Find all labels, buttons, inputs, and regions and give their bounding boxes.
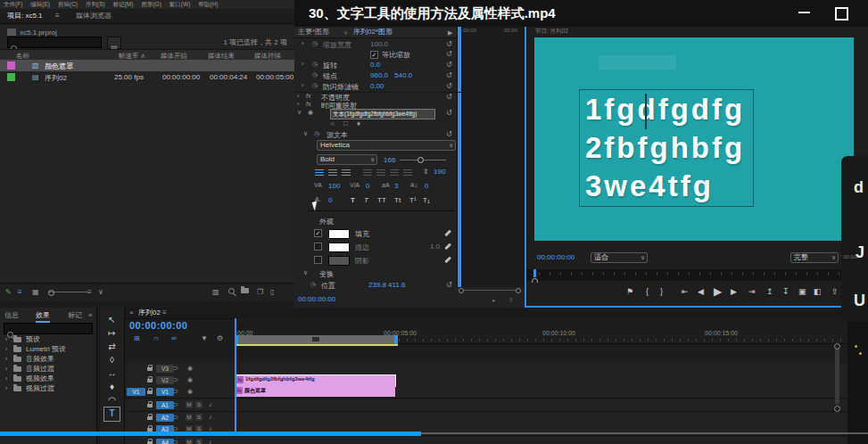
- audio-track-a1[interactable]: A1⊃MS♪: [125, 399, 847, 412]
- reset-icon[interactable]: ↺: [446, 130, 452, 138]
- vscroll-handle-bottom[interactable]: [834, 406, 840, 412]
- solo-button[interactable]: S: [195, 401, 203, 408]
- lock-icon[interactable]: [147, 404, 153, 407]
- monitor-timecode[interactable]: 00:00:00:00: [537, 253, 575, 262]
- eyedropper-icon[interactable]: [444, 243, 451, 250]
- faux-bold-button[interactable]: T: [351, 196, 355, 204]
- ec-row-transform[interactable]: ∨ 变换: [294, 269, 525, 279]
- mute-button[interactable]: M: [186, 414, 193, 421]
- stroke-checkbox[interactable]: [314, 243, 322, 251]
- lift-button[interactable]: ↥: [766, 287, 773, 296]
- shadow-checkbox[interactable]: [314, 256, 322, 264]
- stopwatch-icon[interactable]: ◷: [312, 40, 318, 47]
- razor-tool[interactable]: ◊: [100, 355, 124, 367]
- stopwatch-icon[interactable]: ◷: [312, 61, 318, 68]
- panel-menu-icon[interactable]: ≡: [55, 12, 60, 21]
- zoom-slider-handle[interactable]: [48, 290, 54, 296]
- sync-lock-icon[interactable]: ⊃: [173, 401, 178, 408]
- automate-to-sequence-button[interactable]: ▥: [212, 288, 219, 297]
- align-right-button[interactable]: [342, 169, 351, 176]
- minimize-button[interactable]: [798, 12, 810, 13]
- ec-expand-icon[interactable]: ▶: [448, 29, 452, 37]
- vertical-scale-value[interactable]: 0: [328, 196, 332, 204]
- ec-timecode[interactable]: 00:00:00:00: [298, 295, 335, 304]
- font-size-slider-handle[interactable]: [417, 157, 424, 163]
- export-button[interactable]: ⇧: [831, 287, 839, 296]
- hand-tool[interactable]: ◠: [100, 395, 124, 407]
- track-name-badge[interactable]: A2: [156, 414, 174, 422]
- source-patch-badge[interactable]: V1: [127, 388, 145, 396]
- tab-program-monitor[interactable]: 节目: 序列02: [535, 28, 568, 36]
- ec-row-rotation[interactable]: › ◷ 旋转 0.0 ↺: [294, 61, 525, 70]
- menubar-item[interactable]: 序列(S): [86, 1, 105, 9]
- chevron-right-icon[interactable]: ›: [5, 365, 7, 373]
- type-tool[interactable]: T: [100, 408, 124, 421]
- cell-name[interactable]: 序列02: [45, 73, 67, 83]
- menubar-item[interactable]: 文件(F): [4, 1, 22, 9]
- more-tabs-icon[interactable]: »: [88, 311, 92, 320]
- go-to-out-button[interactable]: ⇥: [748, 287, 756, 296]
- title-text-block[interactable]: 1fgdfgdfg 2fbfghbfg 3we4tfg: [585, 90, 745, 205]
- track-select-tool[interactable]: ↦: [100, 328, 124, 341]
- voiceover-mic-icon[interactable]: ♪: [209, 425, 212, 432]
- zoom-level-dropdown[interactable]: 适合 ∨: [591, 252, 648, 263]
- menubar-item[interactable]: 编辑(E): [30, 1, 50, 9]
- mute-button[interactable]: M: [186, 401, 193, 408]
- chevron-right-icon[interactable]: ›: [297, 101, 299, 107]
- effects-tree-item[interactable]: ›视频过渡: [0, 383, 96, 393]
- stroke-color-swatch[interactable]: [328, 243, 350, 252]
- chevron-right-icon[interactable]: ›: [5, 335, 7, 343]
- antiflicker-value[interactable]: 0.00: [370, 82, 384, 90]
- faux-italic-button[interactable]: T: [364, 196, 368, 204]
- menubar-item[interactable]: 标记(M): [113, 1, 134, 9]
- chevron-right-icon[interactable]: ›: [5, 374, 7, 382]
- lock-icon[interactable]: [147, 379, 153, 382]
- uniform-scale-checkbox[interactable]: ✓: [370, 51, 378, 59]
- stopwatch-icon[interactable]: ◷: [314, 130, 319, 137]
- track-name-badge[interactable]: V2: [156, 376, 174, 384]
- ec-row-text-layer[interactable]: ∨ ◉ 文本(1fgdfgdfg2fbfghbfg3we4tfg) ↺: [294, 109, 525, 119]
- timeline-playhead[interactable]: [235, 318, 236, 432]
- chevron-right-icon[interactable]: ›: [302, 40, 303, 46]
- tab-info[interactable]: 信息: [4, 311, 19, 320]
- find-button[interactable]: [228, 288, 235, 294]
- reset-icon[interactable]: ↺: [446, 93, 452, 101]
- tab-media-browser[interactable]: 媒体浏览器: [76, 12, 112, 21]
- export-frame-button[interactable]: ▣: [798, 287, 806, 296]
- mark-out-button[interactable]: }: [660, 287, 663, 296]
- ec-row-shadow[interactable]: 阴影: [294, 256, 525, 266]
- shadow-color-swatch[interactable]: [328, 256, 350, 266]
- voiceover-mic-icon[interactable]: ♪: [209, 439, 212, 444]
- new-bin-button[interactable]: [241, 288, 249, 293]
- ec-row-antiflicker[interactable]: › ◷ 防闪烁滤镜 0.00 ↺: [294, 82, 525, 92]
- lock-icon[interactable]: [147, 391, 153, 394]
- new-item-button[interactable]: ❐: [257, 288, 263, 297]
- track-output-eye-icon[interactable]: ◉: [187, 388, 193, 395]
- small-caps-button[interactable]: Tt: [394, 196, 401, 204]
- reset-icon[interactable]: ↺: [446, 109, 452, 117]
- chevron-right-icon[interactable]: ›: [5, 355, 7, 363]
- ec-row-stroke[interactable]: 描边 1.0: [294, 243, 525, 252]
- baseline-shift-value[interactable]: 0: [425, 182, 428, 190]
- program-video-frame[interactable]: 1fgdfgdfg 2fbfghbfg 3we4tfg: [534, 37, 854, 241]
- justify-last-right-button[interactable]: [390, 169, 399, 176]
- play-button[interactable]: ▶: [714, 285, 722, 298]
- position-x-value[interactable]: 239.8: [368, 281, 386, 289]
- add-marker-button[interactable]: ⚑: [626, 287, 633, 296]
- project-item-row[interactable]: ▤序列0225.00 fps00:00:00:0000:00:04:2400:0…: [0, 71, 294, 83]
- align-center-button[interactable]: [328, 169, 337, 176]
- tab-project[interactable]: 项目: xc5.1: [7, 12, 43, 21]
- voiceover-mic-icon[interactable]: ♪: [209, 401, 212, 407]
- search-input[interactable]: [7, 37, 102, 48]
- reset-icon[interactable]: ↺: [446, 61, 452, 69]
- list-view-button[interactable]: ≡: [18, 288, 22, 297]
- writable-toggle[interactable]: ✎: [5, 288, 12, 297]
- audio-track-a4[interactable]: A4⊃MS♪: [125, 437, 847, 444]
- track-output-eye-icon[interactable]: ◉: [187, 365, 193, 372]
- chevron-right-icon[interactable]: ›: [302, 82, 303, 88]
- sync-lock-icon[interactable]: ⊃: [173, 414, 178, 421]
- position-y-value[interactable]: 411.6: [388, 281, 405, 289]
- fill-color-swatch[interactable]: [328, 229, 350, 239]
- sort-button[interactable]: ≡: [87, 288, 92, 297]
- stroke-width-value[interactable]: 1.0: [430, 243, 440, 251]
